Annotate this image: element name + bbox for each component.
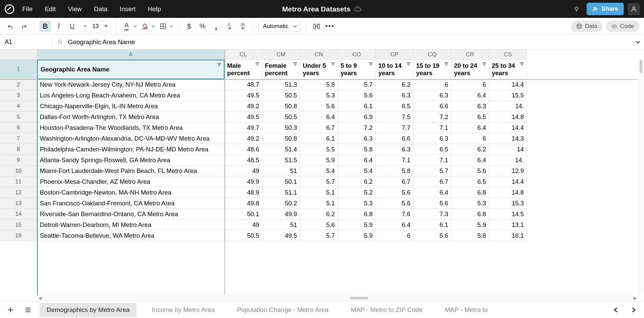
- data-cell[interactable]: 6.8: [451, 187, 489, 198]
- data-cell[interactable]: 7.7: [376, 122, 413, 133]
- data-cell[interactable]: 7.5: [376, 112, 413, 122]
- data-cell[interactable]: 6.4: [338, 155, 376, 166]
- data-cell[interactable]: 6: [376, 230, 413, 241]
- data-cell[interactable]: 5.9: [451, 220, 489, 230]
- filter-icon[interactable]: [293, 62, 298, 67]
- area-name-cell[interactable]: Philadelphia-Camden-Wilmington, PA-NJ-DE…: [37, 144, 224, 155]
- area-name-cell[interactable]: Riverside-San Bernardino-Ontario, CA Met…: [37, 209, 224, 220]
- data-cell[interactable]: 6.5: [376, 101, 413, 112]
- data-cell[interactable]: 50.8: [262, 133, 300, 144]
- undo-button[interactable]: [5, 21, 16, 32]
- data-cell[interactable]: 5.3: [451, 198, 489, 209]
- data-cell[interactable]: 7.2: [338, 122, 376, 133]
- data-cell[interactable]: 50.1: [262, 176, 300, 187]
- data-cell[interactable]: 5.7: [338, 79, 376, 90]
- column-header[interactable]: CS: [489, 50, 527, 60]
- row-header[interactable]: 3: [0, 90, 37, 101]
- table-column-header[interactable]: 15 to 19 years: [413, 60, 451, 79]
- table-column-header[interactable]: 20 to 24 years: [451, 60, 489, 79]
- table-column-header[interactable]: Male percent: [224, 60, 262, 79]
- data-cell[interactable]: 7.2: [413, 112, 451, 122]
- data-cell[interactable]: 5.6: [338, 90, 376, 101]
- menu-data[interactable]: Data: [94, 5, 107, 13]
- area-name-cell[interactable]: Miami-Fort Lauderdale-West Palm Beach, F…: [37, 166, 224, 176]
- data-panel-button[interactable]: Data: [571, 21, 602, 32]
- data-cell[interactable]: 5.7: [300, 230, 338, 241]
- column-header[interactable]: CR: [451, 50, 489, 60]
- cell-reference-box[interactable]: A1: [0, 35, 52, 49]
- data-cell[interactable]: 7.1: [413, 122, 451, 133]
- data-cell[interactable]: 51.3: [262, 79, 300, 90]
- data-cell[interactable]: 49.2: [224, 133, 262, 144]
- spreadsheet-grid[interactable]: ACLCMCNCOCPCQCRCS1Geographic Area NameMa…: [0, 50, 644, 241]
- filter-icon[interactable]: [330, 62, 336, 67]
- menu-help[interactable]: Help: [148, 5, 161, 13]
- area-name-cell[interactable]: Dallas-Fort Worth-Arlington, TX Metro Ar…: [37, 112, 224, 122]
- percent-format-button[interactable]: %: [197, 21, 208, 32]
- data-cell[interactable]: 14: [489, 144, 527, 155]
- data-cell[interactable]: 6.6: [413, 101, 451, 112]
- data-cell[interactable]: 6.4: [451, 122, 489, 133]
- data-cell[interactable]: 6: [451, 79, 489, 90]
- data-cell[interactable]: 5.6: [413, 198, 451, 209]
- row-header[interactable]: 13: [0, 198, 37, 209]
- lightbulb-icon[interactable]: [570, 3, 583, 15]
- data-cell[interactable]: 14.: [489, 101, 527, 112]
- borders-dropdown[interactable]: [157, 21, 173, 32]
- data-cell[interactable]: 6.4: [376, 220, 413, 230]
- data-cell[interactable]: 49.2: [224, 101, 262, 112]
- row-header[interactable]: 4: [0, 101, 37, 112]
- data-cell[interactable]: 5.9: [338, 220, 376, 230]
- app-logo[interactable]: [4, 4, 15, 15]
- data-cell[interactable]: 14.4: [489, 79, 527, 90]
- data-cell[interactable]: 7.3: [413, 209, 451, 220]
- column-header[interactable]: CN: [300, 50, 338, 60]
- row-header[interactable]: 5: [0, 112, 37, 122]
- text-color-dropdown[interactable]: A: [121, 21, 137, 32]
- document-title-text[interactable]: Metro Area Datasets: [282, 5, 350, 13]
- filter-icon[interactable]: [519, 62, 525, 67]
- data-cell[interactable]: 49.5: [224, 112, 262, 122]
- row-header[interactable]: 16: [0, 230, 37, 241]
- column-header[interactable]: CP: [376, 50, 413, 60]
- data-cell[interactable]: 50.5: [262, 90, 300, 101]
- data-cell[interactable]: 6.6: [376, 133, 413, 144]
- data-cell[interactable]: 48.9: [224, 187, 262, 198]
- data-cell[interactable]: 48.5: [224, 155, 262, 166]
- data-cell[interactable]: 6.7: [413, 176, 451, 187]
- data-cell[interactable]: 14.4: [489, 176, 527, 187]
- more-options-button[interactable]: •••: [324, 21, 336, 32]
- data-cell[interactable]: 49: [224, 220, 262, 230]
- data-cell[interactable]: 6.2: [376, 79, 413, 90]
- all-sheets-button[interactable]: [22, 304, 34, 316]
- data-cell[interactable]: 6: [413, 79, 451, 90]
- menu-view[interactable]: View: [68, 5, 82, 13]
- data-cell[interactable]: 6.3: [413, 90, 451, 101]
- area-name-cell[interactable]: San Francisco-Oakland-Fremont, CA Metro …: [37, 198, 224, 209]
- data-cell[interactable]: 49.9: [224, 176, 262, 187]
- data-cell[interactable]: 6.3: [451, 101, 489, 112]
- data-cell[interactable]: 51: [262, 220, 300, 230]
- data-cell[interactable]: 5.6: [413, 230, 451, 241]
- area-name-cell[interactable]: Atlanta-Sandy Springs-Roswell, GA Metro …: [37, 155, 224, 166]
- data-cell[interactable]: 5.1: [300, 198, 338, 209]
- filter-icon[interactable]: [444, 62, 449, 67]
- data-cell[interactable]: 6.4: [300, 112, 338, 122]
- area-name-cell[interactable]: New York-Newark-Jersey City, NY-NJ Metro…: [37, 79, 224, 90]
- table-column-header[interactable]: Female percent: [262, 60, 300, 79]
- split-button[interactable]: [311, 21, 322, 32]
- data-cell[interactable]: 5.6: [451, 166, 489, 176]
- data-cell[interactable]: 6.5: [451, 112, 489, 122]
- data-cell[interactable]: 6.9: [338, 112, 376, 122]
- column-header[interactable]: CM: [262, 50, 300, 60]
- font-size-increase[interactable]: +: [101, 21, 111, 32]
- menu-edit[interactable]: Edit: [45, 5, 56, 13]
- column-header[interactable]: CO: [338, 50, 376, 60]
- data-cell[interactable]: 15.5: [489, 90, 527, 101]
- data-cell[interactable]: 6.8: [338, 209, 376, 220]
- data-cell[interactable]: 6.7: [300, 122, 338, 133]
- row-header[interactable]: 2: [0, 79, 37, 90]
- column-header[interactable]: CQ: [413, 50, 451, 60]
- row-header[interactable]: 12: [0, 187, 37, 198]
- table-column-header[interactable]: Under 5 years: [300, 60, 338, 79]
